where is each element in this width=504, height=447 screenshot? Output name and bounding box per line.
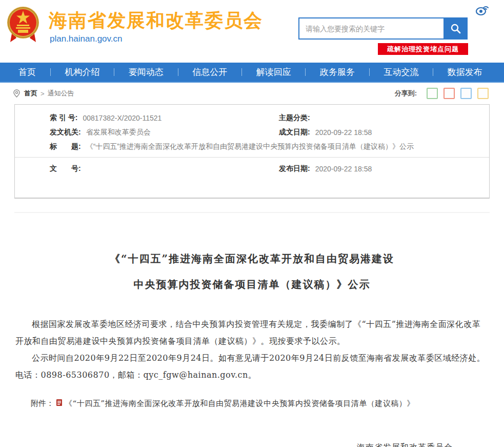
meta-agency-value: 省发展和改革委员会 — [86, 128, 151, 137]
document-title-line2: 中央预算内投资储备项目清单（建议稿）》公示 — [15, 271, 489, 297]
share-button-3[interactable] — [460, 88, 472, 99]
meta-written-date-value: 2020-09-22 18:58 — [315, 128, 372, 137]
meta-agency-label: 发文机关: — [50, 128, 81, 137]
nav-separator — [50, 68, 51, 76]
meta-index-value: 00817382-X/2020-11521 — [83, 114, 162, 122]
meta-row-agency: 发文机关: 省发展和改革委员会 成文日期: 2020-09-22 18:58 — [15, 125, 489, 140]
meta-index-label: 索 引 号: — [50, 113, 77, 123]
hot-topic-link[interactable]: 疏解治理投资堵点问题 — [378, 43, 468, 55]
document-icon — [56, 399, 63, 409]
nav-item-data[interactable]: 数据发布 — [448, 66, 482, 78]
meta-written-date-label: 成文日期: — [279, 128, 310, 137]
meta-row-title: 标 题: 《“十四五”推进海南全面深化改革开放和自由贸易港建设中央预算内投资储备… — [15, 140, 489, 154]
signature-name: 海南省发展和改革委员会 — [357, 442, 453, 447]
document-title: 《“十四五”推进海南全面深化改革开放和自由贸易港建设 中央预算内投资储备项目清单… — [15, 246, 489, 297]
national-emblem-logo[interactable] — [6, 4, 40, 44]
signature-block: 海南省发展和改革委员会 2020年9月22日 — [15, 442, 489, 447]
nav-separator — [305, 68, 306, 76]
attachment-row: 附件： 《“十四五”推进海南全面深化改革开放和自由贸易港建设中央预算内投资储备项… — [15, 399, 489, 409]
document-title-line1: 《“十四五”推进海南全面深化改革开放和自由贸易港建设 — [15, 246, 489, 271]
nav-separator — [241, 68, 242, 76]
weibo-icon[interactable] — [476, 4, 489, 16]
paragraph-2: 公示时间自2020年9月22日至2020年9月24日。如有意见请于2020年9月… — [15, 349, 489, 383]
breadcrumb-separator: > — [41, 90, 45, 98]
site-url: plan.hainan.gov.cn — [50, 34, 122, 44]
site-title[interactable]: 海南省发展和改革委员会 — [49, 8, 263, 33]
breadcrumb: 首页 > 通知公告 分享到: — [0, 83, 504, 104]
nav-item-interaction[interactable]: 互动交流 — [384, 66, 418, 78]
share-label: 分享到: — [395, 89, 417, 98]
breadcrumb-current[interactable]: 通知公告 — [48, 89, 74, 98]
meta-publish-date-label: 发布日期: — [279, 164, 310, 173]
nav-separator — [369, 68, 370, 76]
nav-separator — [178, 68, 178, 76]
meta-docno-label: 文 号: — [50, 164, 81, 173]
share-button-4[interactable] — [477, 88, 489, 99]
national-emblem-icon — [6, 4, 40, 44]
section-divider — [14, 212, 490, 213]
search-button[interactable] — [443, 17, 468, 40]
magnifier-icon — [450, 23, 461, 34]
meta-title-value: 《“十四五”推进海南全面深化改革开放和自由贸易港建设中央预算内投资储备项目清单（… — [86, 142, 414, 151]
nav-item-services[interactable]: 政务服务 — [320, 66, 355, 78]
meta-title-label: 标 题: — [50, 142, 81, 151]
meta-topic-label: 主题分类: — [279, 113, 310, 123]
location-pin-icon — [13, 89, 20, 98]
main-nav: 首页 机构介绍 要闻动态 信息公开 解读回应 政务服务 互动交流 数据发布 — [0, 63, 504, 83]
nav-item-about[interactable]: 机构介绍 — [65, 66, 99, 78]
nav-separator — [433, 68, 433, 76]
document-body: 根据国家发展改革委地区经济司要求，结合中央预算内投资管理有关规定，我委编制了《“… — [15, 316, 489, 383]
share-button-1[interactable] — [427, 88, 438, 99]
meta-publish-date-value: 2020-09-22 18:58 — [315, 165, 372, 173]
article-content: 《“十四五”推进海南全面深化改革开放和自由贸易港建设 中央预算内投资储备项目清单… — [0, 246, 504, 447]
site-header: 海南省发展和改革委员会 plan.hainan.gov.cn 疏解治理投资堵点问… — [0, 0, 504, 63]
search-input[interactable] — [298, 17, 443, 40]
nav-item-news[interactable]: 要闻动态 — [129, 66, 164, 78]
paragraph-1: 根据国家发展改革委地区经济司要求，结合中央预算内投资管理有关规定，我委编制了《“… — [15, 316, 489, 349]
meta-row-index: 索 引 号: 00817382-X/2020-11521 主题分类: — [15, 111, 489, 125]
breadcrumb-home[interactable]: 首页 — [24, 89, 37, 98]
attachment-label: 附件： — [31, 399, 54, 409]
meta-row-docno: 文 号: 发布日期: 2020-09-22 18:58 — [15, 162, 489, 176]
share-area: 分享到: — [395, 88, 489, 99]
search-bar — [298, 17, 468, 40]
document-meta-box: 索 引 号: 00817382-X/2020-11521 主题分类: 发文机关:… — [14, 104, 490, 199]
nav-separator — [114, 68, 114, 76]
nav-item-info-disclosure[interactable]: 信息公开 — [192, 66, 227, 78]
share-button-2[interactable] — [443, 88, 455, 99]
nav-item-home[interactable]: 首页 — [18, 66, 36, 78]
nav-item-interpretation[interactable]: 解读回应 — [256, 66, 291, 78]
attachment-link[interactable]: 《“十四五”推进海南全面深化改革开放和自由贸易港建设中央预算内投资储备项目清单（… — [65, 399, 415, 409]
